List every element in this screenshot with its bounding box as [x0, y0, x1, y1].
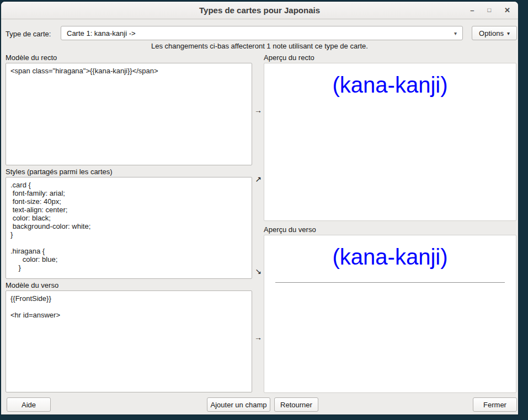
styles-editor[interactable]: .card { font-family: arial; font-size: 4… — [6, 177, 252, 279]
front-preview-panel: (kana-kanji) — [264, 63, 516, 221]
front-template-label: Modèle du recto — [6, 53, 57, 62]
add-field-button[interactable]: Ajouter un champ — [207, 397, 270, 412]
answer-divider — [275, 282, 505, 283]
flow-up-right-icon: ↗ — [253, 175, 263, 184]
minimize-icon[interactable]: – — [470, 7, 474, 14]
window-title: Types de cartes pour Japonais — [1, 2, 518, 19]
chevron-down-icon: ▾ — [507, 30, 510, 36]
window-controls: – □ ✕ — [470, 2, 510, 19]
back-template-editor[interactable]: {{FrontSide}} <hr id=answer> — [6, 290, 252, 392]
front-preview-text: (kana-kanji) — [264, 72, 516, 98]
close-icon[interactable]: ✕ — [504, 7, 510, 14]
front-template-editor[interactable]: <span class="hiragana">{{kana-kanji}}</s… — [6, 63, 252, 165]
styles-label: Styles (partagés parmi les cartes) — [6, 168, 113, 176]
close-button[interactable]: Fermer — [473, 397, 517, 412]
flow-down-right-icon: ↘ — [253, 267, 263, 276]
affected-notes-message: Les changements ci-bas affecteront 1 not… — [1, 42, 518, 50]
back-template-label: Modèle du verso — [6, 281, 58, 289]
chevron-down-icon: ▾ — [454, 30, 457, 36]
options-button-label: Options — [479, 29, 504, 37]
close-button-label: Fermer — [483, 401, 506, 409]
options-button[interactable]: Options ▾ — [472, 26, 517, 40]
titlebar[interactable]: Types de cartes pour Japonais – □ ✕ — [1, 2, 518, 19]
flow-right-icon: → — [253, 106, 263, 115]
help-button-label: Aide — [22, 401, 36, 409]
back-preview-panel: (kana-kanji) — [264, 235, 516, 393]
card-type-selected-value: Carte 1: kana-kanji -> — [67, 29, 136, 37]
back-preview-label: Aperçu du verso — [264, 225, 316, 234]
add-field-button-label: Ajouter un champ — [211, 401, 267, 409]
back-preview-text: (kana-kanji) — [264, 244, 516, 270]
card-type-label: Type de carte: — [6, 30, 51, 38]
front-preview-label: Aperçu du recto — [264, 53, 314, 62]
flow-right-icon: → — [253, 333, 263, 342]
help-button[interactable]: Aide — [7, 397, 51, 412]
maximize-icon[interactable]: □ — [487, 7, 491, 13]
flip-button-label: Retourner — [280, 401, 312, 409]
flip-button[interactable]: Retourner — [274, 397, 318, 412]
card-type-select[interactable]: Carte 1: kana-kanji -> ▾ — [61, 26, 463, 40]
